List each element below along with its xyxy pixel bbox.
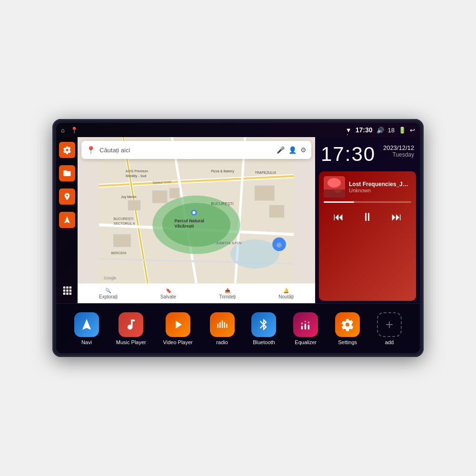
app-item-video-player[interactable]: Video Player (163, 312, 193, 345)
svg-point-48 (334, 188, 342, 193)
svg-rect-58 (308, 325, 310, 330)
bluetooth-label: Bluetooth (253, 339, 275, 345)
music-play-pause-button[interactable]: ⏸ (358, 208, 377, 227)
sidebar-navigate-button[interactable] (59, 212, 75, 228)
options-icon[interactable]: ⚙ (300, 146, 307, 154)
map-nav-saved[interactable]: 🔖 Salvate (160, 288, 176, 299)
map-container[interactable]: Parcul Natural Văcărești BUCUREȘTI JUDET… (78, 137, 315, 283)
music-controls: ⏮ ⏸ ⏭ (324, 208, 411, 227)
music-artist: Unknown (349, 188, 411, 193)
svg-rect-8 (69, 293, 71, 295)
app-item-music-player[interactable]: Music Player (116, 312, 146, 345)
clock-section: 17:30 2023/12/12 Tuesday (315, 137, 420, 169)
date-day: Tuesday (383, 151, 414, 158)
svg-text:Văcărești: Văcărești (174, 224, 194, 228)
contribute-icon: 📤 (225, 288, 230, 293)
sidebar-apps-grid-button[interactable] (59, 282, 75, 298)
svg-text:◎: ◎ (277, 241, 281, 248)
svg-point-19 (162, 203, 230, 247)
map-bottom-nav: 🔍 Explorați 🔖 Salvate 📤 Trimiteți 🔔 Nout… (78, 283, 315, 303)
folder-icon (63, 169, 71, 178)
app-item-settings[interactable]: Settings (335, 312, 360, 345)
sidebar-maps-button[interactable] (59, 188, 75, 205)
sidebar-settings-button[interactable] (59, 142, 75, 158)
music-progress-bar[interactable] (324, 201, 411, 203)
svg-rect-26 (269, 205, 284, 218)
contribute-label: Trimiteți (219, 294, 236, 299)
svg-point-46 (327, 178, 341, 188)
album-art-image (324, 176, 345, 198)
svg-rect-49 (217, 323, 218, 327)
music-player-icon (119, 312, 143, 337)
sidebar-files-button[interactable] (59, 165, 75, 181)
equalizer-icon (293, 312, 318, 337)
map-nav-explore[interactable]: 🔍 Explorați (99, 288, 118, 299)
svg-rect-51 (221, 320, 222, 327)
svg-text:SECTORUL 4: SECTORUL 4 (114, 222, 135, 226)
svg-rect-22 (169, 188, 179, 198)
app-item-add[interactable]: + add (377, 312, 402, 345)
music-next-button[interactable]: ⏭ (387, 208, 406, 227)
bluetooth-app-icon (251, 312, 276, 337)
clock-date: 2023/12/12 Tuesday (383, 144, 414, 158)
music-prev-button[interactable]: ⏮ (329, 208, 348, 227)
svg-text:Pizza & Bakery: Pizza & Bakery (211, 169, 234, 173)
svg-rect-52 (224, 322, 225, 328)
svg-rect-1 (66, 287, 69, 289)
svg-rect-24 (114, 235, 131, 247)
svg-rect-0 (63, 287, 65, 289)
status-right: ▼ 17:30 🔊 18 🔋 ↩ (346, 126, 415, 134)
gear-icon (63, 146, 71, 154)
navi-icon (74, 312, 99, 337)
radio-label: radio (216, 339, 228, 345)
car-screen: ⌂ 📍 ▼ 17:30 🔊 18 🔋 ↩ (56, 123, 420, 353)
back-icon[interactable]: ↩ (410, 127, 415, 134)
status-bar: ⌂ 📍 ▼ 17:30 🔊 18 🔋 ↩ (56, 123, 420, 137)
apps-grid-icon (62, 285, 72, 296)
music-info-row: Lost Frequencies_Janie... Unknown (324, 176, 411, 198)
home-icon[interactable]: ⌂ (61, 127, 65, 134)
svg-rect-2 (69, 287, 71, 289)
explore-label: Explorați (99, 294, 118, 299)
app-item-navi[interactable]: Navi (74, 312, 99, 345)
battery-level: 18 (388, 127, 395, 134)
map-nav-contribute[interactable]: 📤 Trimiteți (219, 288, 236, 299)
main-content: Parcul Natural Văcărești BUCUREȘTI JUDET… (56, 137, 420, 303)
svg-text:AXIS Premium: AXIS Premium (126, 169, 148, 173)
svg-rect-21 (152, 191, 167, 203)
mic-icon[interactable]: 🎤 (277, 146, 285, 154)
app-item-equalizer[interactable]: Equalizer (293, 312, 318, 345)
saved-icon: 🔖 (166, 288, 171, 293)
music-player-label: Music Player (116, 339, 146, 345)
explore-icon: 🔍 (105, 288, 111, 293)
battery-icon: 🔋 (398, 127, 406, 134)
navi-label: Navi (81, 339, 92, 345)
radio-icon (210, 312, 235, 337)
svg-rect-55 (301, 322, 303, 325)
svg-rect-3 (63, 289, 65, 292)
svg-rect-50 (219, 322, 220, 328)
svg-text:Parcul Natural: Parcul Natural (174, 218, 204, 223)
svg-text:Mobility - Sud: Mobility - Sud (126, 174, 146, 178)
map-search-input[interactable] (99, 147, 273, 154)
svg-rect-59 (308, 321, 310, 324)
settings-app-icon (335, 312, 360, 337)
equalizer-label: Equalizer (295, 339, 317, 345)
status-left: ⌂ 📍 (61, 127, 78, 134)
album-art (324, 176, 345, 198)
svg-rect-6 (63, 293, 65, 295)
svg-text:BUCUREȘTI: BUCUREȘTI (114, 217, 133, 221)
wifi-icon: ▼ (346, 127, 352, 134)
bottom-app-bar: Navi Music Player Video Player (56, 303, 420, 353)
center-area: Parcul Natural Văcărești BUCUREȘTI JUDET… (78, 137, 315, 303)
svg-text:TRAPEZULUI: TRAPEZULUI (255, 171, 276, 175)
map-nav-updates[interactable]: 🔔 Noutăți (278, 288, 294, 299)
account-icon[interactable]: 👤 (288, 146, 297, 154)
svg-text:JUDETUL ILFOV: JUDETUL ILFOV (216, 241, 242, 245)
maps-status-icon[interactable]: 📍 (70, 127, 78, 134)
svg-rect-7 (66, 293, 69, 295)
app-item-bluetooth[interactable]: Bluetooth (251, 312, 276, 345)
app-item-radio[interactable]: radio (210, 312, 235, 345)
settings-label: Settings (338, 339, 357, 345)
time-display: 17:30 (356, 126, 373, 134)
